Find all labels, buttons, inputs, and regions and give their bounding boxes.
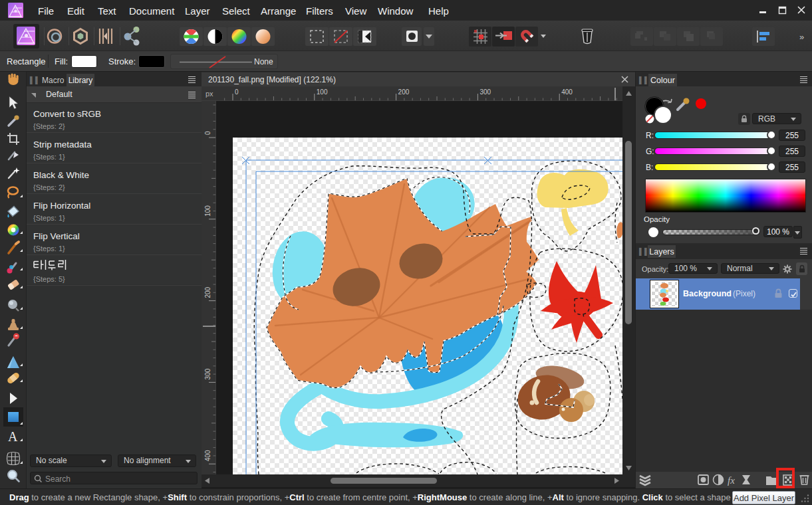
svg-text:A: A <box>8 429 18 444</box>
svg-text:100: 100 <box>204 205 211 217</box>
svg-text:200: 200 <box>398 88 410 96</box>
svg-text:»: » <box>799 32 804 42</box>
svg-text:300: 300 <box>204 368 211 379</box>
svg-text:0: 0 <box>204 131 211 135</box>
svg-text:fx: fx <box>728 475 735 486</box>
svg-text:400: 400 <box>204 450 211 461</box>
svg-text:100: 100 <box>317 88 328 96</box>
svg-text:px: px <box>205 90 213 98</box>
svg-text:300: 300 <box>479 88 491 96</box>
svg-text:0: 0 <box>235 88 239 96</box>
svg-text:200: 200 <box>204 286 211 298</box>
svg-text:400: 400 <box>561 88 573 96</box>
